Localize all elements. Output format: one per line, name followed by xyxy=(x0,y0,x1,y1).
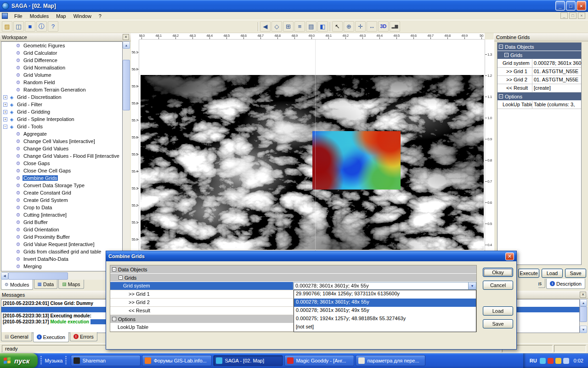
tree-item-crop-to-data[interactable]: ⚙Crop to Data xyxy=(1,204,122,211)
scroll-up-button[interactable]: ▲ xyxy=(580,299,587,306)
tree-item-convert-data-storage-type[interactable]: ⚙Convert Data Storage Type xyxy=(1,182,122,189)
chevron-down-icon[interactable]: ▼ xyxy=(468,282,476,289)
tree-item-grid-gridding[interactable]: +◈Grid - Gridding xyxy=(1,108,122,115)
measure-tool-button[interactable]: ↔ xyxy=(367,21,377,32)
menu-item-file[interactable]: File xyxy=(11,12,26,20)
pointer-tool-button[interactable]: ↖ xyxy=(332,21,343,32)
show-data-button[interactable]: ■ xyxy=(25,21,35,32)
collapse-icon[interactable]: − xyxy=(499,45,503,49)
okay-button[interactable]: Okay xyxy=(483,268,513,277)
close-icon[interactable]: ✕ xyxy=(580,292,586,298)
tray-icon-4[interactable] xyxy=(563,358,569,364)
toolbar-handle[interactable] xyxy=(65,356,67,365)
tree-item-change-grid-values[interactable]: ⚙Change Grid Values xyxy=(1,145,122,152)
tree-item-change-grid-values-flood-fill-interactive[interactable]: ⚙Change Grid Values - Flood Fill [intera… xyxy=(1,152,122,160)
scroll-thumb[interactable] xyxy=(8,272,68,280)
tree-item-change-cell-values-interactive[interactable]: ⚙Change Cell Values [interactive] xyxy=(1,138,122,145)
taskbar-task-параметра-для-пере[interactable]: параметра для пере... xyxy=(356,355,425,366)
property-row-grid-2[interactable]: >> Grid 201. ASTGTM_N55E xyxy=(498,76,581,84)
save-button[interactable]: Save xyxy=(483,319,513,328)
messages-tab-execution[interactable]: iExecution xyxy=(33,332,69,342)
minimize-button[interactable]: _ xyxy=(555,1,565,11)
show-layers-button[interactable]: ▤ xyxy=(306,21,317,32)
view-3d-button[interactable]: 3D xyxy=(378,21,389,32)
help-button[interactable]: ? xyxy=(48,21,58,32)
collapse-icon[interactable]: − xyxy=(112,317,116,321)
messages-scrollbar[interactable]: ▲ ▼ xyxy=(580,299,587,333)
collapse-icon[interactable]: − xyxy=(112,267,116,271)
taskbar-task-saga-02-map[interactable]: SAGA - [02. Map] xyxy=(213,355,283,366)
tray-icon-3[interactable] xyxy=(555,358,561,364)
scroll-thumb[interactable] xyxy=(123,60,130,110)
start-button[interactable]: пуск xyxy=(0,353,38,368)
dropdown-item[interactable]: [not set] xyxy=(294,323,476,332)
tree-item-combine-grids[interactable]: ⚙Combine Grids xyxy=(1,174,122,182)
zoom-tool-button[interactable]: ⊕ xyxy=(344,21,354,32)
restore-button[interactable]: □ xyxy=(566,1,576,11)
property-row-grid-1[interactable]: >> Grid 101. ASTGTM_N55E xyxy=(498,68,581,76)
property-row-grid-system[interactable]: Grid system0.000278; 3601x 3601y; 49x 55… xyxy=(498,59,581,68)
mdi-minimize-button[interactable]: _ xyxy=(560,12,568,19)
zoom-full-extent-button[interactable]: ◀ xyxy=(260,21,271,32)
scroll-down-button[interactable]: ▼ xyxy=(580,326,587,333)
dropdown-item[interactable]: 29.990766; 1084x 1256y; 9373110x 6135600… xyxy=(294,290,476,299)
tree-item-grid-spline-interpolation[interactable]: +◈Grid - Spline Interpolation xyxy=(1,115,122,123)
tree-item-random-field[interactable]: ⚙Random Field xyxy=(1,79,122,86)
show-properties-button[interactable]: ⓘ xyxy=(36,21,47,32)
messages-tab-general[interactable]: ▤General xyxy=(1,332,32,341)
workspace-vertical-scrollbar[interactable]: ▲ ▼ xyxy=(123,41,130,271)
histogram-button[interactable]: ▂▆ xyxy=(390,21,400,32)
cancel-button[interactable]: Cancel xyxy=(483,281,513,290)
tree-item-grid-volume[interactable]: ⚙Grid Volume xyxy=(1,71,122,79)
close-button[interactable]: × xyxy=(577,1,586,11)
expand-icon[interactable]: + xyxy=(3,95,7,99)
tree-item-grid-orientation[interactable]: ⚙Grid Orientation xyxy=(1,226,122,233)
messages-tab-errors[interactable]: !Errors xyxy=(70,332,97,341)
expand-icon[interactable]: + xyxy=(3,110,7,114)
tree-item-aggregate[interactable]: ⚙Aggregate xyxy=(1,130,122,138)
property-row-result[interactable]: << Result[create] xyxy=(498,84,581,92)
tree-item-grid-tools[interactable]: −◈Grid - Tools xyxy=(1,123,122,130)
tree-item-random-terrain-generation[interactable]: ⚙Random Terrain Generation xyxy=(1,86,122,93)
workspace-tab-data[interactable]: ▦Data xyxy=(34,280,58,289)
close-icon[interactable]: ✕ xyxy=(123,34,129,40)
mdi-close-button[interactable]: × xyxy=(578,12,585,19)
scroll-up-button[interactable]: ▲ xyxy=(123,41,130,49)
tree-item-grid-filter[interactable]: +◈Grid - Filter xyxy=(1,101,122,108)
taskbar-task-magic-gooddy-анг[interactable]: Magic Gooddy - [Анг... xyxy=(284,355,354,366)
toolbar-handle[interactable] xyxy=(40,356,42,365)
load-button[interactable]: Load xyxy=(542,269,563,278)
tree-item-geometric-figures[interactable]: ⚙Geometric Figures xyxy=(1,42,122,49)
quick-launch-label[interactable]: Музыка xyxy=(45,358,62,363)
dropdown-item[interactable]: 0.000275; 1924x 1257y; 48.981858x 55.327… xyxy=(294,315,476,323)
tree-item-grid-normalisation[interactable]: ⚙Grid Normalisation xyxy=(1,64,122,71)
grid-system-combobox[interactable]: 0.000278; 3601x 3601y; 49x 55y▼ xyxy=(294,282,476,290)
collapse-icon[interactable]: − xyxy=(504,53,509,57)
collapse-icon[interactable]: − xyxy=(499,94,503,98)
show-workspace-button[interactable]: ◫ xyxy=(13,21,24,32)
tree-item-grid-discretisation[interactable]: +◈Grid - Discretisation xyxy=(1,93,122,101)
taskbar-task-форумы-gis-lab-info[interactable]: Форумы GIS-Lab.info... xyxy=(142,355,212,366)
pan-tool-button[interactable]: ✛ xyxy=(355,21,366,32)
pan-extents-button[interactable]: ≡ xyxy=(294,21,305,32)
tree-item-create-grid-system[interactable]: ⚙Create Grid System xyxy=(1,196,122,204)
dropdown-item[interactable]: 0.000278; 3601x 3601y; 49x 55y xyxy=(294,307,476,315)
tree-item-grid-proximity-buffer[interactable]: ⚙Grid Proximity Buffer xyxy=(1,233,122,241)
menu-item-window[interactable]: Window xyxy=(70,12,95,20)
tree-item-close-gaps[interactable]: ⚙Close Gaps xyxy=(1,160,122,167)
tray-icon-2[interactable] xyxy=(548,358,554,364)
load-button[interactable]: Load xyxy=(483,306,513,316)
tree-item-grid-difference[interactable]: ⚙Grid Difference xyxy=(1,57,122,64)
close-icon[interactable]: ✕ xyxy=(505,253,514,260)
mdi-restore-button[interactable]: □ xyxy=(569,12,577,19)
properties-tab-settings[interactable]: ⚙Settings xyxy=(538,279,545,288)
language-indicator[interactable]: RU xyxy=(530,358,537,363)
tree-item-grid-buffer[interactable]: ⚙Grid Buffer xyxy=(1,218,122,226)
tree-item-close-one-cell-gaps[interactable]: ⚙Close One Cell Gaps xyxy=(1,167,122,174)
dropdown-item[interactable]: 0.000278; 3601x 3601y; 48x 55y xyxy=(294,299,476,307)
tree-item-invert-data-no-data[interactable]: ⚙Invert Data/No-Data xyxy=(1,255,122,263)
expand-icon[interactable]: + xyxy=(3,117,7,121)
synchronize-extents-button[interactable]: ◇ xyxy=(271,21,282,32)
workspace-tab-maps[interactable]: ▨Maps xyxy=(58,280,84,289)
menu-item-map[interactable]: Map xyxy=(52,12,69,20)
